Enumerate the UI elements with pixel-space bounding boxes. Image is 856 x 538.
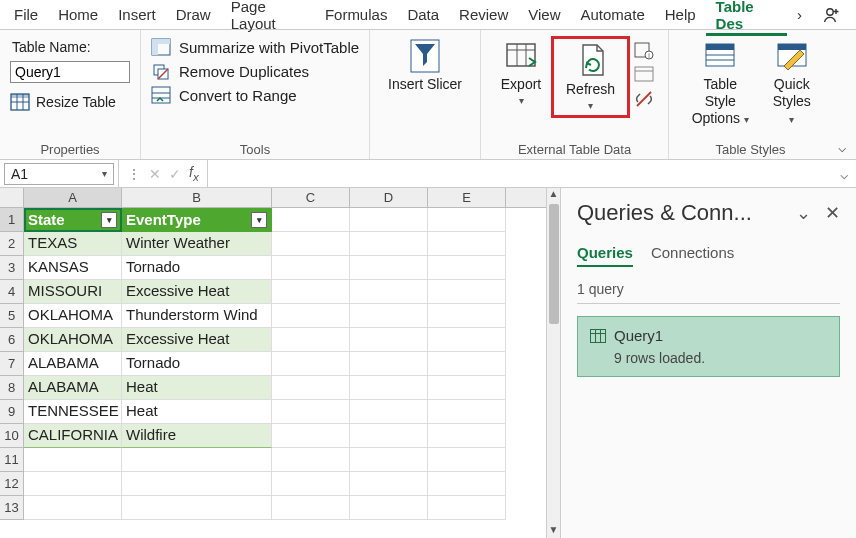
cell[interactable]: KANSAS — [24, 256, 122, 280]
panel-tab-queries[interactable]: Queries — [577, 244, 633, 267]
cell[interactable] — [428, 472, 506, 496]
tab-file[interactable]: File — [4, 2, 48, 27]
filter-icon[interactable]: ▾ — [101, 212, 117, 228]
cell[interactable] — [428, 280, 506, 304]
remove-duplicates-button[interactable]: Remove Duplicates — [151, 62, 359, 80]
cell[interactable] — [24, 472, 122, 496]
cell[interactable] — [272, 472, 350, 496]
cell[interactable] — [122, 472, 272, 496]
cell[interactable] — [272, 376, 350, 400]
cell[interactable]: Excessive Heat — [122, 280, 272, 304]
vertical-scrollbar[interactable]: ▲ ▼ — [546, 188, 560, 538]
cell[interactable]: OKLAHOMA — [24, 304, 122, 328]
dropdown-icon[interactable]: ⋮ — [127, 166, 141, 182]
cell[interactable] — [428, 208, 506, 232]
row-header[interactable]: 1 — [0, 208, 24, 232]
query-card[interactable]: Query1 9 rows loaded. — [577, 316, 840, 377]
share-icon[interactable] — [812, 1, 852, 29]
col-header-A[interactable]: A — [24, 188, 122, 207]
open-browser-icon[interactable] — [634, 66, 654, 84]
cell[interactable]: Thunderstorm Wind — [122, 304, 272, 328]
cell[interactable]: MISSOURI — [24, 280, 122, 304]
cell[interactable] — [428, 400, 506, 424]
cell[interactable] — [24, 496, 122, 520]
cell[interactable] — [24, 448, 122, 472]
cell[interactable]: TENNESSEE — [24, 400, 122, 424]
tablename-input[interactable] — [10, 61, 130, 83]
filter-icon[interactable]: ▾ — [251, 212, 267, 228]
cell[interactable]: Winter Weather — [122, 232, 272, 256]
chevron-down-icon[interactable]: ▾ — [102, 168, 107, 179]
cell[interactable] — [350, 472, 428, 496]
cell[interactable] — [350, 376, 428, 400]
fx-icon[interactable]: fx — [189, 164, 199, 183]
confirm-icon[interactable]: ✓ — [169, 166, 181, 182]
cell[interactable]: State▾ — [24, 208, 122, 232]
row-header[interactable]: 11 — [0, 448, 24, 472]
tab-review[interactable]: Review — [449, 2, 518, 27]
tab-view[interactable]: View — [518, 2, 570, 27]
cell[interactable] — [272, 256, 350, 280]
cell[interactable] — [350, 232, 428, 256]
cell[interactable]: Tornado — [122, 352, 272, 376]
tab-insert[interactable]: Insert — [108, 2, 166, 27]
tabs-overflow[interactable]: › — [787, 2, 812, 27]
cell[interactable] — [272, 352, 350, 376]
cell[interactable] — [350, 424, 428, 448]
tab-home[interactable]: Home — [48, 2, 108, 27]
name-box[interactable]: A1 ▾ — [4, 163, 114, 185]
table-style-options-button[interactable]: Table Style Options ▾ — [679, 36, 761, 140]
close-panel-icon[interactable]: ✕ — [825, 202, 840, 224]
cell[interactable] — [428, 352, 506, 376]
cell[interactable] — [428, 448, 506, 472]
cell[interactable] — [428, 256, 506, 280]
tab-help[interactable]: Help — [655, 2, 706, 27]
panel-tab-connections[interactable]: Connections — [651, 244, 734, 267]
expand-formula-icon[interactable]: ⌵ — [832, 166, 856, 182]
cell[interactable] — [350, 352, 428, 376]
col-header-C[interactable]: C — [272, 188, 350, 207]
properties-icon[interactable]: i — [634, 42, 654, 60]
tab-draw[interactable]: Draw — [166, 2, 221, 27]
row-header[interactable]: 8 — [0, 376, 24, 400]
convert-range-button[interactable]: Convert to Range — [151, 86, 359, 104]
cell[interactable] — [428, 304, 506, 328]
cell[interactable] — [272, 496, 350, 520]
row-header[interactable]: 5 — [0, 304, 24, 328]
tab-formulas[interactable]: Formulas — [315, 2, 398, 27]
cell[interactable] — [122, 448, 272, 472]
cell[interactable] — [350, 280, 428, 304]
cell[interactable] — [350, 304, 428, 328]
cancel-icon[interactable]: ✕ — [149, 166, 161, 182]
cell[interactable] — [350, 256, 428, 280]
cell[interactable]: Heat — [122, 400, 272, 424]
row-header[interactable]: 12 — [0, 472, 24, 496]
tab-data[interactable]: Data — [397, 2, 449, 27]
row-header[interactable]: 9 — [0, 400, 24, 424]
collapse-ribbon-icon[interactable]: ⌵ — [832, 139, 852, 155]
cell[interactable] — [350, 496, 428, 520]
cell[interactable] — [428, 496, 506, 520]
collapse-panel-icon[interactable]: ⌄ — [796, 202, 811, 224]
col-header-E[interactable]: E — [428, 188, 506, 207]
cell[interactable]: OKLAHOMA — [24, 328, 122, 352]
scroll-down-icon[interactable]: ▼ — [547, 524, 560, 538]
cell[interactable]: ALABAMA — [24, 376, 122, 400]
row-header[interactable]: 2 — [0, 232, 24, 256]
cell[interactable] — [272, 208, 350, 232]
select-all-corner[interactable] — [0, 188, 24, 207]
cell[interactable]: Wildfire — [122, 424, 272, 448]
cell[interactable] — [428, 232, 506, 256]
row-header[interactable]: 3 — [0, 256, 24, 280]
col-header-B[interactable]: B — [122, 188, 272, 207]
cell[interactable]: TEXAS — [24, 232, 122, 256]
cell[interactable] — [272, 424, 350, 448]
scroll-thumb[interactable] — [549, 204, 559, 324]
cell[interactable] — [272, 232, 350, 256]
cell[interactable] — [350, 208, 428, 232]
cell[interactable] — [272, 400, 350, 424]
cell[interactable] — [428, 328, 506, 352]
tab-automate[interactable]: Automate — [571, 2, 655, 27]
cell[interactable] — [428, 376, 506, 400]
row-header[interactable]: 10 — [0, 424, 24, 448]
